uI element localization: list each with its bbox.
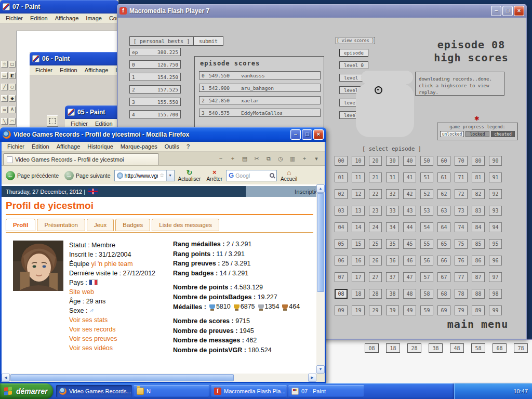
- episode-cell[interactable]: 20: [369, 156, 382, 166]
- menu-item[interactable]: Fichier: [2, 15, 26, 22]
- episode-cell[interactable]: 89: [472, 305, 485, 315]
- episode-cell[interactable]: 74: [455, 222, 468, 232]
- highscore-row[interactable]: 0 549.550 vankusss: [199, 71, 321, 79]
- tab-liste-des-messages[interactable]: Liste des messages: [152, 219, 219, 231]
- episode-cell[interactable]: 64: [437, 222, 450, 232]
- menu-item[interactable]: Affichage: [51, 15, 83, 22]
- episode-cell[interactable]: 53: [420, 206, 433, 216]
- episode-cell[interactable]: 24: [369, 222, 382, 232]
- episode-cell[interactable]: 70: [455, 156, 468, 166]
- menu-item[interactable]: Affichage: [53, 143, 84, 150]
- episode-cell[interactable]: 81: [472, 172, 485, 182]
- profile-link[interactable]: Voir ses records: [69, 325, 155, 334]
- episode-cell[interactable]: 01: [335, 172, 348, 182]
- back-button[interactable]: ← Page précédente: [4, 169, 61, 182]
- episode-cell[interactable]: 12: [352, 189, 365, 199]
- menu-item[interactable]: Fichier: [32, 66, 56, 74]
- episode-cell[interactable]: 19: [352, 305, 365, 315]
- episode-cell[interactable]: 04: [335, 222, 348, 232]
- episode-cell[interactable]: 47: [403, 272, 416, 282]
- zoom-tool-icon[interactable]: ○: [9, 84, 16, 90]
- profile-link[interactable]: Voir ses preuves: [69, 334, 155, 343]
- url-field[interactable]: http://www.vgr- ☆ ▾: [114, 170, 175, 181]
- episode-cell[interactable]: 50: [420, 156, 433, 166]
- strip-cell[interactable]: 08: [365, 343, 379, 353]
- task-folder-n[interactable]: N: [134, 385, 209, 397]
- forward-button[interactable]: → Page suivante: [62, 169, 113, 182]
- episode-cell[interactable]: 97: [489, 272, 502, 282]
- episode-cell[interactable]: 02: [335, 189, 348, 199]
- paste-icon[interactable]: ▤: [241, 154, 249, 163]
- tab-badges[interactable]: Badges: [115, 219, 150, 231]
- episode-cell[interactable]: 87: [472, 272, 485, 282]
- episode-cell[interactable]: 82: [472, 189, 485, 199]
- episode-cell[interactable]: 06: [335, 256, 348, 265]
- scroll-down-arrow[interactable]: ▼: [316, 365, 325, 374]
- vertical-scrollbar[interactable]: ▲ ▼: [316, 184, 325, 374]
- episode-cell[interactable]: 38: [386, 289, 399, 299]
- episode-cell[interactable]: 37: [386, 272, 399, 282]
- episode-cell[interactable]: 48: [403, 289, 416, 299]
- episode-cell[interactable]: 18: [352, 289, 365, 299]
- profile-link[interactable]: Voir ses vidéos: [69, 343, 155, 353]
- start-button[interactable]: démarrer: [0, 383, 53, 399]
- episode-cell[interactable]: 08: [335, 289, 348, 299]
- episode-cell[interactable]: 93: [489, 206, 502, 216]
- episode-cell[interactable]: 22: [369, 189, 382, 199]
- inscriptions-link[interactable]: Inscriptio: [295, 189, 316, 195]
- zoom-out-icon[interactable]: −: [217, 154, 225, 163]
- episode-cell[interactable]: 68: [437, 289, 450, 299]
- episode-cell[interactable]: 21: [369, 172, 382, 182]
- menu-item[interactable]: Édition: [28, 143, 53, 150]
- episode-cell[interactable]: 60: [437, 156, 450, 166]
- site-web-link[interactable]: Site web: [69, 287, 155, 297]
- zoom-in-icon[interactable]: +: [229, 154, 237, 163]
- scroll-left-arrow[interactable]: ◀: [2, 374, 10, 382]
- episode-cell[interactable]: 35: [386, 239, 399, 249]
- episode-cell[interactable]: 28: [369, 289, 382, 299]
- episode-cell[interactable]: 75: [455, 239, 468, 249]
- episode-cell[interactable]: 92: [489, 189, 502, 199]
- episode-cell[interactable]: 14: [352, 222, 365, 232]
- select-tool-icon[interactable]: ▢: [9, 61, 16, 68]
- view-score-button[interactable]: episode: [339, 49, 368, 57]
- episode-cell[interactable]: 62: [437, 189, 450, 199]
- episode-cell[interactable]: 78: [455, 289, 468, 299]
- episode-cell[interactable]: 49: [403, 305, 416, 315]
- menu-item[interactable]: Fichier: [4, 143, 28, 150]
- episode-cell[interactable]: 13: [352, 206, 365, 216]
- episode-cell[interactable]: 55: [420, 239, 433, 249]
- episode-cell[interactable]: 40: [403, 156, 416, 166]
- horizontal-scrollbar[interactable]: ◀ ▶: [2, 374, 316, 382]
- episode-cell[interactable]: 71: [455, 172, 468, 182]
- close-button[interactable]: ×: [313, 129, 324, 140]
- task-firefox[interactable]: Video Games Records...: [56, 385, 132, 397]
- fill-tool-icon[interactable]: ◧: [9, 72, 16, 79]
- url-dropdown-icon[interactable]: ▾: [166, 170, 174, 181]
- tab-list-icon[interactable]: ▾: [312, 154, 321, 163]
- episode-cell[interactable]: 29: [369, 305, 382, 315]
- episode-cell[interactable]: 77: [455, 272, 468, 282]
- maximize-button[interactable]: □: [302, 129, 312, 140]
- episode-cell[interactable]: 27: [369, 272, 382, 282]
- episode-cell[interactable]: 63: [437, 206, 450, 216]
- maximize-button[interactable]: □: [502, 6, 513, 16]
- episode-cell[interactable]: 41: [403, 172, 416, 182]
- uk-flag-icon[interactable]: [88, 189, 98, 194]
- scroll-right-arrow[interactable]: ▶: [308, 374, 316, 382]
- team-link[interactable]: yi 'n phie team: [91, 260, 132, 268]
- episode-cell[interactable]: 95: [489, 239, 502, 249]
- minimize-button[interactable]: –: [290, 129, 301, 140]
- episode-cell[interactable]: 36: [386, 256, 399, 265]
- episode-cell[interactable]: 17: [352, 272, 365, 282]
- menu-item[interactable]: Edition: [26, 15, 51, 22]
- history-icon[interactable]: ◷: [276, 154, 285, 163]
- episode-cell[interactable]: 83: [472, 206, 485, 216]
- episode-cell[interactable]: 07: [335, 272, 348, 282]
- episode-cell[interactable]: 00: [335, 156, 348, 166]
- stop-button[interactable]: × Arrêter: [204, 169, 224, 182]
- episode-cell[interactable]: 94: [489, 222, 502, 232]
- episode-cell[interactable]: 26: [369, 256, 382, 265]
- view-score-button[interactable]: level 0: [339, 61, 368, 69]
- firefox-titlebar[interactable]: Video Games Records - Profil de yicestmo…: [0, 127, 326, 142]
